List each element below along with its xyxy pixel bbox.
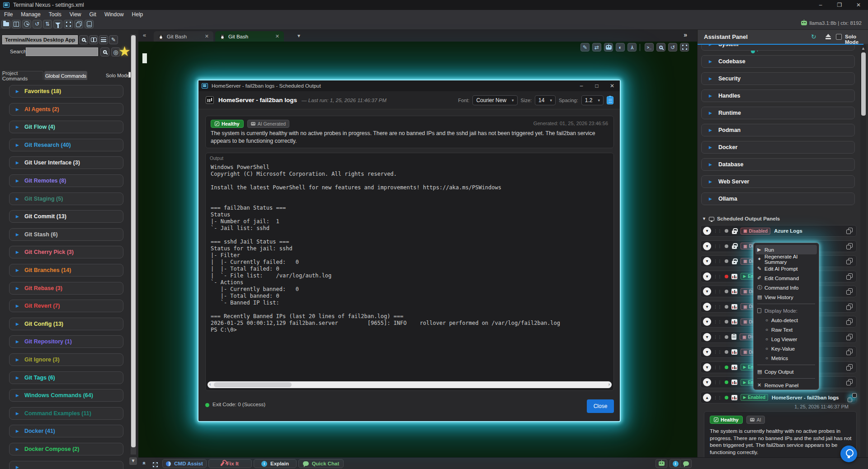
ai-robot-button[interactable] [656,459,667,468]
sidebar-category[interactable]: ▶ Docker (41) [9,425,123,437]
context-menu-item[interactable]: ▶ Run [755,245,817,254]
assistant-section[interactable]: ▶ Handles [701,89,855,102]
display-mode-option[interactable]: Key-Value [754,344,819,353]
sidebar-category[interactable]: ▶ Git Branches (14) [9,264,123,277]
assistant-section[interactable]: ▶ Security [701,72,855,85]
sidebar-category[interactable]: ▶ Git Ignore (3) [9,353,123,366]
assistant-section[interactable]: ▶ Podman [701,124,855,136]
drag-handle-icon[interactable]: ⋮⋮ [713,305,722,309]
search-icon[interactable] [656,43,665,52]
copy-output-item[interactable]: ▤ Copy Output [754,367,819,376]
dialog-minimize-button[interactable]: – [574,80,589,91]
maximize-button[interactable]: ❐ [830,0,849,10]
display-mode-option[interactable]: Raw Text [754,325,819,334]
menu-window[interactable]: Window [100,11,128,18]
assistant-section[interactable]: ▶ Docker [701,141,855,154]
chevron-icon[interactable]: ▾ [703,287,711,295]
drag-handle-icon[interactable]: ⋮⋮ [713,380,722,385]
menu-tools[interactable]: Tools [45,11,66,18]
expand-icon[interactable] [64,20,73,28]
scroll-right-icon[interactable]: › [609,382,610,387]
sidebar-category[interactable]: ▶ Git Stash (6) [9,228,123,241]
sidebar-category[interactable]: ▶ Favorites (18) [9,85,123,98]
display-mode-option[interactable]: Metrics [754,353,819,363]
close-dialog-button[interactable]: Close [587,399,614,413]
tab-global-commands[interactable]: Global Commands [44,71,87,80]
open-folder-icon[interactable] [1,20,10,28]
copy-icon[interactable] [846,258,853,264]
chevron-icon[interactable]: ▾ [703,303,711,311]
scrollbar-thumb[interactable] [131,35,136,447]
minimize-button[interactable]: – [811,0,830,10]
clock-icon[interactable] [22,20,31,28]
scroll-down-icon[interactable]: ▼ [129,457,137,465]
copy-icon[interactable] [846,273,853,280]
drag-handle-icon[interactable]: ⋮⋮ [713,244,722,249]
display-mode-option[interactable]: Log Viewer [754,334,819,344]
menu-help[interactable]: Help [128,11,147,18]
chevron-icon[interactable]: ▾ [703,363,711,371]
sidebar-category[interactable]: ▶ Git User Interface (3) [9,156,123,169]
history-icon[interactable]: ↺ [33,20,42,28]
search-icon[interactable] [79,35,88,44]
cmd-assist-button[interactable]: CMD Assist [162,459,207,468]
lightbulb-button[interactable] [840,446,857,462]
copy-windows-icon[interactable] [74,20,83,28]
menu-view[interactable]: View [66,11,85,18]
assistant-scrollbar[interactable]: ▲ ▼ [860,45,866,466]
chevron-icon[interactable]: ▴ [703,394,711,402]
context-menu-item[interactable]: ▤ View History [754,292,819,302]
tabs-scroll-left-icon[interactable]: « [143,32,146,38]
split-circle-icon[interactable]: ◐ [616,43,625,52]
pencil-icon[interactable]: ✎ [109,35,118,44]
fix-it-button[interactable]: Fix It [208,459,252,468]
copy-icon[interactable] [846,364,853,371]
explain-button[interactable]: Explain [254,459,297,468]
swap-arrows-icon[interactable]: ⇄ [592,43,601,52]
copy-icon[interactable] [846,379,853,385]
history-icon[interactable]: ↺ [668,43,677,52]
favorite-star-icon[interactable]: ★ [118,43,131,59]
spacing-select[interactable]: 1.2▾ [581,95,604,105]
scrollbar-thumb[interactable] [214,382,292,387]
git-branch-icon[interactable]: Y [627,43,637,52]
context-menu-item[interactable]: ✦ Regenerate AI Summary [754,254,819,264]
menu-manage[interactable]: Manage [17,11,44,18]
assistant-section[interactable]: ▶ Codebase [701,55,855,68]
scheduled-panel-row[interactable]: ▾ ⋮⋮ Disabled Azure Logs [700,225,857,237]
drag-handle-icon[interactable]: ⋮⋮ [713,365,722,370]
copy-icon[interactable] [846,288,853,295]
tab-git-bash-2-active[interactable]: Git Bash ✕ [215,31,284,42]
columns-layout-icon[interactable] [12,20,21,28]
copy-icon[interactable] [846,334,853,340]
device-icon[interactable] [85,20,94,28]
copy-icon[interactable] [846,243,853,249]
drag-handle-icon[interactable]: ⋮⋮ [713,350,722,354]
tab-dropdown-icon[interactable]: ▾ [297,33,300,39]
drag-handle-icon[interactable]: ⋮⋮ [713,395,722,400]
list-icon[interactable] [99,35,108,44]
tab-close-icon[interactable]: ✕ [275,33,279,39]
scheduled-panel-row[interactable]: ▴ ⋮⋮ Enabled HomeServer - fail2ban logs [700,392,857,403]
chevron-icon[interactable]: ▾ [703,242,711,250]
chevron-icon[interactable]: ▾ [703,272,711,281]
copy-icon[interactable] [846,304,853,310]
fullscreen-icon[interactable] [680,43,689,52]
sidebar-category[interactable]: ▶ Git Repository (1) [9,335,123,348]
dialog-maximize-button[interactable]: □ [589,80,604,91]
horizontal-scrollbar[interactable]: ‹ › [208,381,612,388]
sidebar-category[interactable]: ▶ Git Cherry Pick (3) [9,246,123,258]
collapse-up-icon[interactable]: « [141,462,147,465]
chevron-icon[interactable]: ▾ [703,227,711,235]
menu-file[interactable]: File [0,11,17,18]
sidebar-scrollbar[interactable] [131,34,136,455]
panel-collapse-right-icon[interactable]: » [684,31,687,38]
copy-icon[interactable] [846,228,853,234]
drag-handle-icon[interactable]: ⋮⋮ [713,274,722,279]
sidebar-category[interactable]: ▶ Git Flow (4) [9,121,123,133]
expand-icon[interactable] [153,461,158,469]
sort-icon[interactable]: ⇅ [43,20,52,28]
chat-button[interactable] [680,459,692,468]
close-button[interactable]: ✕ [849,0,868,10]
tab-project-commands[interactable]: Project Commands [2,71,43,80]
